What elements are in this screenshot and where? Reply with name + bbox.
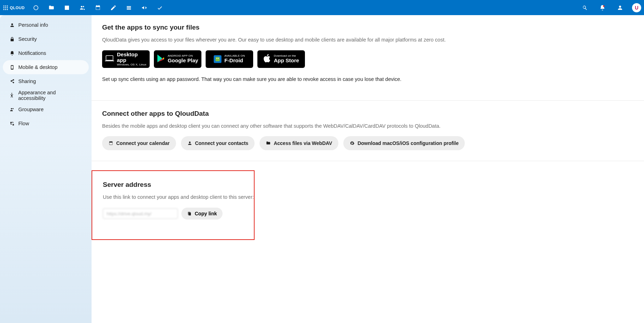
brand-logo[interactable]: QLOUD	[3, 5, 25, 11]
check-icon	[157, 5, 163, 11]
group-icon	[8, 107, 16, 112]
flow-icon	[8, 121, 16, 126]
sidebar-item-label: Appearance and accessibility	[18, 90, 84, 101]
connect-section-title: Connect other apps to QloudData	[102, 110, 644, 118]
webdav-button[interactable]: Access files via WebDAV	[260, 136, 338, 150]
laptop-icon	[105, 55, 114, 63]
sidebar-item-flow[interactable]: Flow	[3, 116, 89, 131]
circle-icon	[33, 5, 39, 11]
nav-deck[interactable]	[121, 0, 137, 15]
main-content: Get the apps to sync your files QloudDat…	[92, 15, 644, 323]
apple-icon	[263, 54, 271, 64]
lock-icon	[8, 37, 16, 42]
app-store-badge[interactable]: Download on the App Store	[257, 50, 305, 68]
connect-calendar-button[interactable]: Connect your calendar	[102, 136, 176, 150]
fdroid-badge[interactable]: AVAILABLE ON F-Droid	[206, 50, 253, 68]
svg-point-14	[217, 58, 217, 59]
avatar[interactable]: U	[632, 3, 641, 12]
calendar-icon	[108, 141, 113, 146]
svg-rect-11	[106, 56, 113, 60]
sidebar-item-label: Security	[18, 36, 37, 42]
sidebar-item-label: Personal info	[18, 22, 48, 28]
share-icon	[8, 79, 16, 84]
nav-files[interactable]	[44, 0, 59, 15]
copy-link-button[interactable]: Copy link	[181, 208, 223, 220]
svg-point-7	[5, 9, 6, 10]
server-address-section: Server address Use this link to connect …	[92, 170, 255, 240]
apps-section-desc: QloudData gives you access to your files…	[102, 36, 644, 44]
svg-point-0	[3, 5, 4, 6]
contacts-menu-button[interactable]	[612, 0, 628, 15]
sidebar-item-groupware[interactable]: Groupware	[3, 102, 89, 116]
sidebar-item-appearance[interactable]: Appearance and accessibility	[3, 88, 89, 102]
svg-point-2	[7, 5, 8, 6]
nav-photos[interactable]	[59, 0, 75, 15]
nav-calendar[interactable]	[90, 0, 106, 15]
desktop-app-badge[interactable]: Desktop app Windows, OS X, Linux	[102, 50, 150, 68]
nav-notes[interactable]	[106, 0, 121, 15]
user-icon	[8, 23, 16, 28]
svg-point-10	[603, 5, 605, 7]
google-play-icon	[157, 54, 165, 64]
svg-rect-13	[215, 57, 220, 61]
notifications-button[interactable]	[595, 0, 610, 15]
svg-point-1	[5, 5, 6, 6]
svg-point-5	[7, 7, 8, 8]
apps-section-note: Set up sync clients using an app passwor…	[102, 76, 644, 83]
bell-icon	[599, 5, 606, 11]
accessibility-icon	[8, 93, 16, 98]
server-address-title: Server address	[103, 181, 254, 189]
nav-dashboard[interactable]	[28, 0, 44, 15]
copy-icon	[187, 211, 192, 216]
svg-point-4	[5, 7, 6, 8]
folder-icon	[48, 5, 55, 11]
connect-section-desc: Besides the mobile apps and desktop clie…	[102, 122, 644, 130]
sidebar-item-mobile-desktop[interactable]: Mobile & desktop	[3, 60, 89, 74]
connect-contacts-button[interactable]: Connect your contacts	[181, 136, 255, 150]
pencil-icon	[110, 5, 117, 11]
divider	[92, 100, 644, 101]
svg-point-15	[218, 58, 219, 59]
users-icon	[187, 141, 192, 146]
sidebar-item-notifications[interactable]: Notifications	[3, 46, 89, 60]
nav-announcements[interactable]	[137, 0, 152, 15]
brand-text: QLOUD	[10, 6, 25, 10]
stack-icon	[126, 5, 132, 11]
sidebar-item-sharing[interactable]: Sharing	[3, 74, 89, 88]
nav-tasks[interactable]	[152, 0, 168, 15]
folder-icon	[266, 141, 271, 146]
phone-icon	[8, 65, 16, 70]
svg-point-3	[3, 7, 4, 8]
user-icon	[617, 5, 623, 11]
server-url-input[interactable]	[103, 208, 178, 219]
search-icon	[582, 5, 588, 11]
connect-section: Connect other apps to QloudData Besides …	[92, 110, 644, 161]
bell-icon	[8, 51, 16, 56]
nav-contacts[interactable]	[75, 0, 90, 15]
google-play-badge[interactable]: ANDROID APP ON Google Play	[154, 50, 201, 68]
svg-point-9	[34, 6, 38, 10]
gear-icon	[350, 141, 355, 146]
sidebar-item-security[interactable]: Security	[3, 32, 89, 46]
calendar-icon	[95, 5, 101, 11]
apps-section: Get the apps to sync your files QloudDat…	[92, 24, 644, 100]
divider	[92, 161, 644, 161]
sidebar-item-label: Mobile & desktop	[18, 64, 57, 70]
image-icon	[64, 5, 70, 11]
sidebar-item-personal-info[interactable]: Personal info	[3, 18, 89, 32]
macos-config-button[interactable]: Download macOS/iOS configuration profile	[343, 136, 465, 150]
server-address-desc: Use this link to connect your apps and d…	[103, 194, 254, 201]
sidebar: Personal info Security Notifications Mob…	[0, 15, 92, 323]
apps-section-title: Get the apps to sync your files	[102, 24, 644, 31]
topbar: QLOUD U	[0, 0, 644, 15]
sidebar-item-label: Flow	[18, 121, 29, 126]
svg-point-6	[3, 9, 4, 10]
sidebar-item-label: Notifications	[18, 50, 46, 56]
users-icon	[79, 5, 86, 11]
announce-icon	[141, 5, 148, 11]
svg-point-8	[7, 9, 8, 10]
apps-grid-icon	[3, 5, 8, 11]
sidebar-item-label: Sharing	[18, 78, 36, 84]
fdroid-icon	[214, 55, 221, 63]
search-button[interactable]	[577, 0, 593, 15]
